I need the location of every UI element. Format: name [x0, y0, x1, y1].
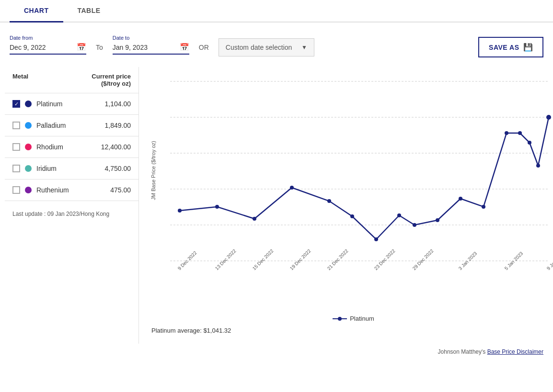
- tab-table[interactable]: TABLE: [63, 0, 115, 22]
- metal-price-palladium: 1,849.00: [105, 122, 131, 129]
- chart-container: JM Base Price ($/troy oz) 1,200.00 1,150…: [144, 72, 553, 311]
- price-col-header: Current price: [92, 73, 131, 80]
- price-unit-header: ($/troy oz): [92, 80, 131, 87]
- average-text: Platinum average: $1,041.32: [151, 327, 231, 334]
- svg-point-14: [253, 217, 256, 221]
- svg-text:21 Dec 2022: 21 Dec 2022: [326, 248, 349, 271]
- metal-price-iridium: 4,750.00: [105, 165, 131, 172]
- save-as-button[interactable]: SAVE AS 💾: [478, 37, 543, 57]
- svg-point-27: [536, 164, 540, 168]
- dot-palladium: [25, 122, 32, 129]
- metal-price-rhodium: 12,400.00: [101, 143, 131, 151]
- metal-name-ruthenium: Ruthenium: [36, 186, 105, 194]
- svg-point-13: [215, 205, 219, 209]
- svg-text:15 Dec 2022: 15 Dec 2022: [252, 248, 275, 271]
- custom-date-select[interactable]: Custom date selection ▼: [219, 38, 314, 56]
- date-from-value: Dec 9, 2022: [10, 44, 46, 51]
- legend-line-icon: [333, 316, 347, 322]
- chevron-down-icon: ▼: [301, 44, 307, 51]
- metal-row-iridium[interactable]: Iridium 4,750.00: [5, 158, 138, 179]
- controls-bar: Date from Dec 9, 2022 📅 To Date to Jan 9…: [0, 22, 553, 67]
- svg-point-26: [528, 141, 531, 145]
- svg-point-24: [505, 131, 508, 135]
- svg-text:29 Dec 2022: 29 Dec 2022: [412, 248, 435, 271]
- dot-iridium: [25, 165, 32, 172]
- svg-point-41: [338, 317, 342, 321]
- price-chart-svg: 1,200.00 1,150.00 1,100.00 1,050.00 1,00…: [170, 72, 553, 292]
- checkbox-palladium[interactable]: [12, 122, 20, 129]
- footer-bar: Johnson Matthey's Base Price Disclaimer: [0, 344, 553, 360]
- checkbox-ruthenium[interactable]: [12, 186, 20, 194]
- custom-date-label: Custom date selection: [226, 44, 292, 51]
- checkbox-platinum[interactable]: [12, 100, 20, 108]
- svg-text:13 Dec 2022: 13 Dec 2022: [214, 248, 237, 271]
- last-update: Last update : 09 Jan 2023/Hong Kong: [5, 201, 138, 227]
- metal-row-rhodium[interactable]: Rhodium 12,400.00: [5, 136, 138, 158]
- or-separator: OR: [197, 44, 211, 51]
- metal-name-platinum: Platinum: [36, 100, 100, 108]
- svg-point-25: [518, 131, 522, 135]
- checkbox-rhodium[interactable]: [12, 143, 20, 151]
- svg-point-19: [397, 213, 401, 217]
- metal-price-ruthenium: 475.00: [110, 186, 131, 194]
- metal-row-palladium[interactable]: Palladium 1,849.00: [5, 115, 138, 136]
- svg-point-12: [178, 209, 182, 213]
- svg-text:19 Dec 2022: 19 Dec 2022: [289, 248, 312, 271]
- date-to-value: Jan 9, 2023: [113, 44, 148, 51]
- svg-point-23: [482, 205, 485, 209]
- svg-text:23 Dec 2022: 23 Dec 2022: [373, 248, 396, 271]
- svg-point-20: [413, 223, 416, 227]
- svg-point-22: [459, 197, 462, 201]
- y-axis-label: JM Base Price ($/troy oz): [150, 99, 156, 242]
- svg-point-21: [436, 218, 439, 222]
- date-from-field[interactable]: Date from Dec 9, 2022 📅: [10, 35, 86, 55]
- metal-row-ruthenium[interactable]: Ruthenium 475.00: [5, 179, 138, 201]
- chart-legend: Platinum: [144, 315, 553, 322]
- to-separator: To: [94, 44, 105, 51]
- svg-point-17: [350, 214, 354, 218]
- dot-platinum: [25, 101, 32, 107]
- date-from-label: Date from: [10, 35, 86, 41]
- metal-price-platinum: 1,104.00: [105, 100, 131, 108]
- metal-name-palladium: Palladium: [36, 122, 100, 129]
- calendar-to-icon[interactable]: 📅: [180, 43, 189, 52]
- svg-point-18: [374, 237, 378, 241]
- date-to-field[interactable]: Date to Jan 9, 2023 📅: [113, 35, 189, 55]
- svg-point-28: [546, 115, 551, 120]
- metals-header: Metal Current price ($/troy oz): [5, 67, 138, 93]
- dot-rhodium: [25, 144, 32, 150]
- calendar-from-icon[interactable]: 📅: [77, 43, 86, 52]
- top-tabs: CHART TABLE: [0, 0, 553, 22]
- chart-area: JM Base Price ($/troy oz) 1,200.00 1,150…: [139, 67, 553, 344]
- main-content: Metal Current price ($/troy oz) Platinum…: [0, 67, 553, 344]
- svg-point-15: [290, 186, 294, 190]
- chart-average: Platinum average: $1,041.32: [144, 322, 553, 339]
- metal-row-platinum[interactable]: Platinum 1,104.00: [5, 93, 138, 115]
- jm-text: Johnson Matthey's: [438, 348, 486, 355]
- save-icon: 💾: [523, 43, 533, 52]
- svg-text:3 Jan 2023: 3 Jan 2023: [458, 250, 478, 271]
- metals-panel: Metal Current price ($/troy oz) Platinum…: [5, 67, 139, 344]
- legend-platinum-label: Platinum: [350, 315, 374, 322]
- date-to-label: Date to: [113, 35, 189, 41]
- svg-point-16: [327, 199, 331, 203]
- disclaimer-link[interactable]: Base Price Disclaimer: [487, 348, 543, 355]
- save-label: SAVE AS: [489, 44, 519, 51]
- tab-chart[interactable]: CHART: [10, 0, 63, 22]
- metal-name-iridium: Iridium: [36, 165, 100, 172]
- dot-ruthenium: [25, 187, 32, 193]
- svg-text:9 Dec 2022: 9 Dec 2022: [177, 250, 198, 271]
- metal-name-rhodium: Rhodium: [36, 143, 96, 151]
- checkbox-iridium[interactable]: [12, 165, 20, 172]
- metal-col-header: Metal: [12, 73, 28, 87]
